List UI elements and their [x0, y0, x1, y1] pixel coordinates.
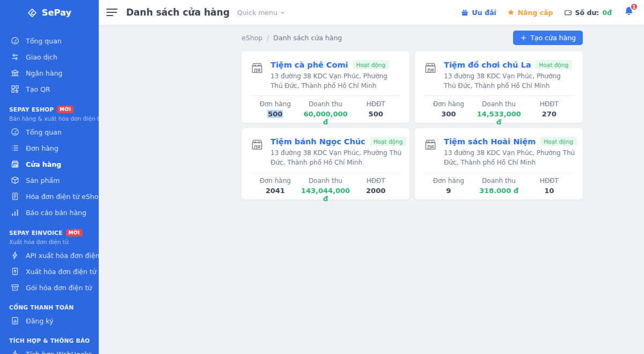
card-divider	[250, 172, 401, 173]
bar-chart-icon	[11, 208, 19, 217]
stat-value-revenue: 143,044,000 đ	[301, 187, 351, 203]
store-address: 13 đường 38 KDC Vạn Phúc, Phường Thủ Đức…	[270, 148, 406, 167]
balance-label: Số dư:	[575, 9, 599, 17]
stat-value-invoices: 10	[524, 187, 574, 195]
sidebar-section-payment: CỔNG THANH TOÁN	[0, 296, 99, 313]
sidebar-item-xuat-hoa-don[interactable]: Xuất hóa đơn điện tử	[0, 263, 99, 279]
chevron-down-icon	[280, 10, 285, 15]
sidebar-item-label: Tích hợp WebHooks	[26, 350, 92, 354]
stat-label-orders: Đơn hàng	[423, 100, 474, 108]
sidebar-nav-einvoice: API xuất hóa đơn điện tử Xuất hóa đơn đi…	[0, 247, 99, 296]
upgrade-link[interactable]: Nâng cấp	[507, 9, 553, 17]
promo-link[interactable]: Ưu đãi	[461, 9, 496, 17]
store-card: Tiệm sách Hoài Niệm Hoạt động 13 đường 3…	[415, 128, 583, 200]
section-title: CỔNG THANH TOÁN	[9, 304, 74, 311]
store-stats: Đơn hàng500 Doanh thu60,000,000 đ HĐĐT50…	[250, 100, 401, 126]
balance-value: 0đ	[602, 9, 612, 17]
stat-label-invoices: HĐĐT	[524, 177, 574, 185]
sidebar-item-label: Hóa đơn điện tử eShop	[26, 193, 99, 201]
notification-count-badge: 1	[630, 3, 638, 11]
store-address: 13 đường 38 KDC Vạn Phúc, Phường Thủ Đức…	[270, 71, 401, 91]
wallet-icon	[564, 9, 572, 17]
store-name[interactable]: Tiệm cà phê Comi	[270, 61, 348, 69]
breadcrumb-separator: /	[267, 34, 269, 42]
stat-label-orders: Đơn hàng	[423, 177, 474, 185]
store-name[interactable]: Tiệm đồ chơi chú La	[444, 61, 531, 69]
storefront-icon	[423, 60, 437, 91]
create-store-button[interactable]: + Tạo cửa hàng	[513, 31, 583, 45]
balance-display[interactable]: Số dư: 0đ	[564, 9, 612, 17]
breadcrumb-eshop[interactable]: eShop	[241, 34, 262, 42]
sidebar-nav-eshop: Tổng quan Đơn hàng Cửa hàng Sản phẩm Hóa…	[0, 124, 99, 220]
sidebar-item-don-hang[interactable]: Đơn hàng	[0, 140, 99, 156]
sidebar-nav-integration: Tích hợp WebHooks	[0, 346, 99, 354]
sidebar-item-ngan-hang[interactable]: Ngân hàng	[0, 65, 99, 81]
invoice-icon	[11, 192, 19, 201]
sidebar-item-label: Ngân hàng	[26, 69, 62, 77]
gauge-icon	[11, 36, 19, 45]
stat-value-orders: 500	[267, 110, 283, 118]
stat-value-revenue: 14,533,000 đ	[474, 110, 524, 126]
storefront-icon	[250, 60, 264, 91]
sidebar-item-goi-hoa-don[interactable]: Gói hóa đơn điện tử	[0, 279, 99, 296]
top-header: Danh sách cửa hàng Quick menu Ưu đãi Nân…	[99, 0, 644, 25]
stat-label-invoices: HĐĐT	[350, 177, 401, 185]
sidebar-item-tao-qr[interactable]: Tạo QR	[0, 81, 99, 97]
sidebar-item-bao-cao[interactable]: Báo cáo bán hàng	[0, 204, 99, 220]
storefront-icon	[423, 137, 437, 167]
store-address: 13 đường 38 KDC Vạn Phúc, Phường Thủ Đức…	[444, 71, 574, 91]
stat-label-revenue: Doanh thu	[474, 100, 524, 108]
transfer-icon	[11, 53, 19, 61]
register-icon	[11, 316, 19, 325]
status-badge: Hoạt động	[353, 60, 390, 69]
sidebar-item-label: Đơn hàng	[26, 144, 58, 152]
list-icon	[11, 144, 19, 152]
sidebar-item-san-pham[interactable]: Sản phẩm	[0, 172, 99, 188]
stat-value-invoices: 270	[524, 110, 574, 118]
sidebar-item-label: Gói hóa đơn điện tử	[26, 284, 92, 292]
bolt-icon	[11, 350, 19, 354]
stat-value-orders: 9	[423, 187, 474, 195]
sidebar-item-cua-hang[interactable]: Cửa hàng	[0, 156, 99, 172]
stat-value-revenue: 60,000,000 đ	[301, 110, 351, 126]
section-subtitle: Xuất hóa đơn điện tử	[9, 239, 93, 245]
stat-label-revenue: Doanh thu	[474, 177, 524, 185]
export-icon	[11, 267, 19, 276]
plus-icon: +	[520, 34, 526, 41]
sidebar-item-dang-ky[interactable]: Đăng ký	[0, 313, 99, 329]
sidebar-section-eshop: SEPAY ESHOPMỚI Bán hàng & xuất hóa đơn đ…	[0, 97, 99, 124]
stat-label-revenue: Doanh thu	[301, 177, 351, 185]
stat-value-orders: 2041	[250, 187, 301, 195]
sidebar-item-eshop-tong-quan[interactable]: Tổng quan	[0, 124, 99, 140]
stat-label-invoices: HĐĐT	[524, 100, 574, 108]
store-name[interactable]: Tiệm bánh Ngọc Chúc	[270, 137, 365, 146]
quick-menu-dropdown[interactable]: Quick menu	[237, 9, 285, 17]
breadcrumb-row: eShop / Danh sách cửa hàng + Tạo cửa hàn…	[241, 31, 583, 45]
sidebar-item-label: Đăng ký	[26, 317, 53, 325]
stat-value-revenue: 318.000 đ	[474, 187, 524, 195]
section-title: SEPAY ESHOP	[9, 106, 54, 113]
store-card: Tiệm cà phê Comi Hoạt động 13 đường 38 K…	[241, 51, 409, 123]
sidebar-section-integration: TÍCH HỢP & THÔNG BÁO	[0, 329, 99, 346]
notifications-button[interactable]: 1	[624, 6, 634, 19]
hamburger-menu-icon[interactable]	[106, 6, 118, 18]
store-icon	[11, 160, 19, 168]
status-badge: Hoạt động	[370, 137, 407, 146]
star-icon	[507, 9, 515, 16]
create-store-label: Tạo cửa hàng	[530, 34, 576, 42]
stat-value-invoices: 500	[350, 110, 401, 118]
sidebar-item-hoa-don-eshop[interactable]: Hóa đơn điện tử eShop	[0, 188, 99, 204]
new-badge: MỚI	[57, 106, 74, 113]
store-stats: Đơn hàng300 Doanh thu14,533,000 đ HĐĐT27…	[423, 100, 574, 126]
sidebar-item-label: API xuất hóa đơn điện tử	[26, 252, 99, 260]
sidebar-item-api-xuat-hoa-don[interactable]: API xuất hóa đơn điện tử	[0, 247, 99, 263]
sidebar-item-label: Cửa hàng	[26, 160, 61, 168]
app-logo[interactable]: SePay	[0, 0, 99, 25]
sidebar-item-webhooks[interactable]: Tích hợp WebHooks	[0, 346, 99, 354]
sidebar: SePay Tổng quan Giao dịch Ngân hàng Tạo …	[0, 0, 99, 354]
sidebar-item-label: Tạo QR	[26, 85, 50, 93]
sidebar-item-giao-dich[interactable]: Giao dịch	[0, 49, 99, 65]
storefront-icon	[250, 137, 264, 167]
store-name[interactable]: Tiệm sách Hoài Niệm	[444, 137, 536, 146]
sidebar-item-tong-quan[interactable]: Tổng quan	[0, 33, 99, 49]
